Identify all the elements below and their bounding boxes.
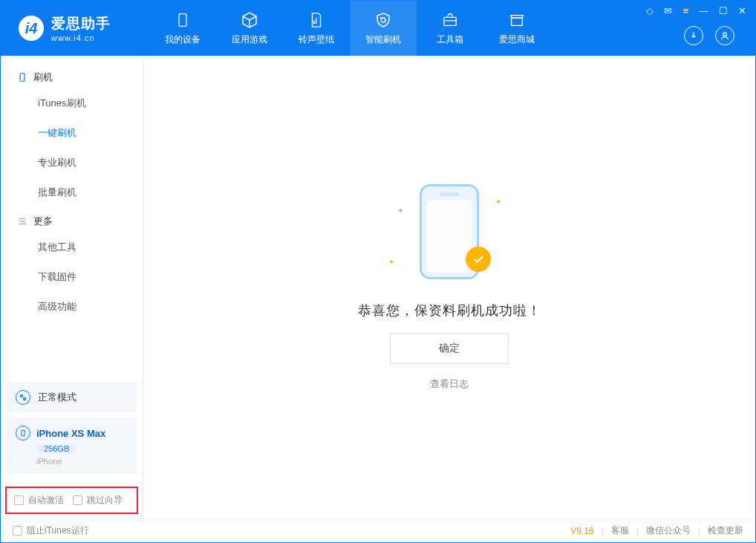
- svg-rect-0: [179, 14, 186, 27]
- sidebar-item-batch-flash[interactable]: 批量刷机: [1, 178, 143, 207]
- success-message: 恭喜您，保资料刷机成功啦！: [358, 302, 541, 319]
- header: i4 爱思助手 www.i4.cn 我的设备 应用游戏 铃声壁纸 智能刷机 工具…: [1, 1, 755, 56]
- checkbox-icon: [13, 526, 22, 536]
- nav-label: 铃声壁纸: [299, 33, 334, 46]
- nav-label: 爱思商城: [499, 33, 535, 46]
- checkbox-label: 阻止iTunes运行: [27, 524, 89, 537]
- nav-store[interactable]: 爱思商城: [483, 1, 550, 56]
- check-badge-icon: [466, 247, 491, 272]
- device-type: iPhone: [36, 457, 62, 466]
- checkbox-label: 跳过向导: [87, 494, 123, 507]
- nav-ringtones[interactable]: 铃声壁纸: [283, 1, 350, 56]
- list-icon: [17, 216, 27, 227]
- success-illustration: ✦ ✦ ✦: [382, 184, 516, 288]
- sidebar-item-oneclick-flash[interactable]: 一键刷机: [1, 118, 143, 148]
- app-domain: www.i4.cn: [51, 33, 111, 42]
- version-label: V8.16: [570, 526, 593, 536]
- toolbox-icon: [440, 10, 460, 30]
- svg-rect-6: [22, 430, 25, 436]
- top-nav: 我的设备 应用游戏 铃声壁纸 智能刷机 工具箱 爱思商城: [149, 1, 550, 56]
- device-block[interactable]: iPhone XS Max 256GB iPhone: [7, 418, 137, 473]
- minimize-icon[interactable]: —: [699, 5, 708, 16]
- sidebar-group-label: 刷机: [33, 71, 53, 84]
- nav-label: 智能刷机: [365, 33, 401, 46]
- sparkle-icon: ✦: [397, 207, 403, 215]
- sidebar-item-advanced[interactable]: 高级功能: [1, 292, 143, 322]
- header-actions: [684, 26, 734, 45]
- feedback-icon[interactable]: ✉: [664, 5, 672, 16]
- skin-icon[interactable]: ◇: [646, 5, 654, 16]
- logo-icon: i4: [19, 16, 44, 41]
- wechat-link[interactable]: 微信公众号: [646, 524, 691, 537]
- sparkle-icon: ✦: [495, 198, 501, 206]
- main-content: ✦ ✦ ✦ 恭喜您，保资料刷机成功啦！ 确定 查看日志: [143, 56, 755, 518]
- svg-point-2: [723, 33, 727, 36]
- sidebar-item-pro-flash[interactable]: 专业刷机: [1, 148, 143, 178]
- checkbox-label: 自动激活: [28, 494, 64, 507]
- nav-apps[interactable]: 应用游戏: [216, 1, 283, 56]
- sidebar-item-other-tools[interactable]: 其他工具: [1, 233, 143, 262]
- checkbox-block-itunes[interactable]: 阻止iTunes运行: [13, 524, 89, 537]
- mode-block[interactable]: 正常模式: [7, 383, 137, 412]
- sidebar-item-itunes-flash[interactable]: iTunes刷机: [1, 88, 143, 118]
- refresh-shield-icon: [373, 10, 394, 30]
- download-icon[interactable]: [684, 26, 703, 45]
- sidebar-group-more: 更多: [1, 207, 143, 233]
- nav-label: 我的设备: [165, 33, 201, 46]
- checkbox-auto-activate[interactable]: 自动激活: [14, 494, 64, 507]
- phone-icon: [172, 10, 193, 30]
- cube-icon: [239, 10, 260, 30]
- sidebar-item-download-firmware[interactable]: 下载固件: [1, 262, 143, 292]
- app-name: 爱思助手: [51, 14, 111, 33]
- device-icon: [16, 426, 30, 440]
- nav-toolbox[interactable]: 工具箱: [417, 1, 483, 56]
- close-icon[interactable]: ✕: [738, 5, 746, 16]
- svg-rect-3: [20, 74, 25, 82]
- ok-button[interactable]: 确定: [390, 333, 509, 364]
- nav-my-device[interactable]: 我的设备: [149, 1, 216, 56]
- music-file-icon: [306, 10, 327, 30]
- support-link[interactable]: 客服: [611, 524, 629, 537]
- mode-icon: [16, 390, 30, 405]
- svg-rect-1: [444, 17, 457, 25]
- sidebar-group-label: 更多: [33, 215, 53, 228]
- store-icon: [506, 10, 527, 30]
- statusbar: 阻止iTunes运行 V8.16 | 客服 | 微信公众号 | 检查更新: [1, 518, 755, 542]
- device-small-icon: [17, 72, 27, 82]
- window-controls: ◇ ✉ ≡ — ☐ ✕: [646, 5, 746, 16]
- checkbox-skip-guide[interactable]: 跳过向导: [73, 494, 123, 507]
- nav-label: 工具箱: [437, 33, 463, 46]
- device-capacity: 256GB: [36, 443, 76, 454]
- options-row: 自动激活 跳过向导: [5, 487, 138, 514]
- svg-point-4: [21, 395, 23, 397]
- view-log-link[interactable]: 查看日志: [430, 377, 469, 391]
- svg-point-5: [24, 398, 26, 400]
- checkbox-icon: [73, 495, 82, 505]
- sparkle-icon: ✦: [388, 258, 394, 266]
- nav-label: 应用游戏: [232, 33, 267, 46]
- check-update-link[interactable]: 检查更新: [708, 524, 743, 537]
- sidebar-group-flash: 刷机: [1, 63, 143, 88]
- maximize-icon[interactable]: ☐: [719, 5, 728, 16]
- logo[interactable]: i4 爱思助手 www.i4.cn: [1, 14, 149, 42]
- mode-label: 正常模式: [38, 391, 76, 404]
- sidebar: 刷机 iTunes刷机 一键刷机 专业刷机 批量刷机 更多 其他工具 下载固件 …: [1, 56, 143, 518]
- nav-flash[interactable]: 智能刷机: [350, 1, 417, 56]
- menu-icon[interactable]: ≡: [682, 5, 688, 16]
- device-name: iPhone XS Max: [36, 428, 105, 439]
- user-icon[interactable]: [715, 26, 734, 45]
- checkbox-icon: [14, 495, 24, 505]
